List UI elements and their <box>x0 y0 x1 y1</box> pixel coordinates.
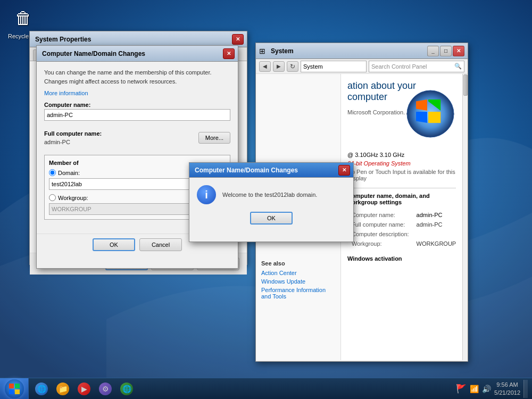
start-button[interactable] <box>0 378 29 400</box>
media-icon: ▶ <box>78 383 90 395</box>
cn-dialog-titlebar[interactable]: Computer Name/Domain Changes ✕ <box>37 46 238 62</box>
svg-rect-8 <box>9 389 14 394</box>
cp-scrollbar[interactable] <box>462 74 468 360</box>
taskbar-date: 5/21/2012 <box>494 389 520 396</box>
taskbar-item-ie[interactable]: 🌐 <box>31 380 52 398</box>
welcome-ok-btn[interactable]: OK <box>250 212 293 225</box>
cn-name-input[interactable] <box>44 109 230 121</box>
svg-rect-9 <box>15 389 20 394</box>
welcome-controls: ✕ <box>338 165 350 176</box>
taskbar-volume-icon[interactable]: 🔊 <box>482 385 491 393</box>
cp-maximize-btn[interactable]: □ <box>440 46 452 56</box>
windows-start-icon <box>9 383 20 395</box>
cp-wg-label: Workgroup: <box>348 239 412 248</box>
sys-props-controls: ✕ <box>232 34 244 45</box>
recycle-bin-icon: 🗑 <box>11 5 36 31</box>
welcome-close-btn[interactable]: ✕ <box>338 165 350 176</box>
network-icon: 🌐 <box>120 383 133 395</box>
cp-address-text: System <box>303 63 323 70</box>
sys-props-close-btn[interactable]: ✕ <box>232 34 244 45</box>
cp-close-btn[interactable]: ✕ <box>453 46 464 56</box>
cp-processor-info: @ 3.10GHz 3.10 GHz <box>347 152 456 158</box>
svg-rect-7 <box>15 384 20 388</box>
cn-more-btn[interactable]: More... <box>198 132 230 144</box>
control-icon: ⚙ <box>99 383 112 395</box>
cp-search-text: Search Control Panel <box>371 63 427 70</box>
cp-titlebar[interactable]: ⊞ System _ □ ✕ <box>256 43 468 59</box>
cn-fullname-value: admin-PC <box>44 139 102 145</box>
cp-settings-section: Computer name, domain, and workgroup set… <box>347 193 456 205</box>
svg-marker-5 <box>428 112 440 123</box>
taskbar-item-control[interactable]: ⚙ <box>95 380 116 398</box>
cn-dialog-close-btn[interactable]: ✕ <box>223 48 235 59</box>
taskbar-clock[interactable]: 9:56 AM 5/21/2012 <box>494 381 520 396</box>
welcome-ok-area: OK <box>189 212 353 230</box>
taskbar-time: 9:56 AM <box>494 381 520 388</box>
cn-more-info-link[interactable]: More information <box>44 90 88 96</box>
welcome-dialog: Computer Name/Domain Changes ✕ i Welcome… <box>189 162 354 242</box>
svg-marker-4 <box>416 112 427 123</box>
cp-address-bar[interactable]: System <box>301 61 367 72</box>
windows-logo <box>406 90 454 138</box>
cp-desc-value <box>413 230 460 238</box>
sidebar-link-performance[interactable]: Performance Information and Tools <box>261 287 335 300</box>
taskbar-item-media[interactable]: ▶ <box>73 380 95 398</box>
cn-dialog-controls: ✕ <box>223 48 235 59</box>
taskbar: 🌐 📁 ▶ ⚙ 🌐 🚩 📶 🔊 9:56 AM 5/21/2012 <box>0 378 532 399</box>
cp-window-controls: _ □ ✕ <box>427 46 464 56</box>
cp-desc-label: Computer description: <box>348 230 412 238</box>
cp-pen-info: No Pen or Touch Input is available for t… <box>347 169 456 181</box>
cn-workgroup-label: Workgroup: <box>58 195 88 201</box>
sidebar-link-windows-update[interactable]: Windows Update <box>261 278 335 285</box>
cn-domain-label: Domain: <box>58 170 80 176</box>
sidebar-link-action-center[interactable]: Action Center <box>261 270 335 276</box>
cn-dialog-title: Computer Name/Domain Changes <box>40 50 223 57</box>
taskbar-item-explorer[interactable]: 📁 <box>52 380 73 398</box>
svg-rect-6 <box>9 384 14 388</box>
taskbar-item-network[interactable]: 🌐 <box>116 380 137 398</box>
cn-description: You can change the name and the membersh… <box>44 68 230 86</box>
explorer-icon: 📁 <box>56 383 69 395</box>
cp-cn-value: admin-PC <box>413 211 460 219</box>
sys-props-title: System Properties <box>33 36 232 43</box>
cp-minimize-btn[interactable]: _ <box>427 46 439 56</box>
show-desktop-btn[interactable] <box>523 380 528 398</box>
cn-fullname-label: Full computer name: <box>44 130 102 137</box>
cp-os-info: 64-bit Operating System <box>347 160 456 167</box>
cp-refresh-btn[interactable]: ↻ <box>287 61 298 72</box>
cp-scrollbar-thumb[interactable] <box>463 74 468 96</box>
welcome-title: Computer Name/Domain Changes <box>193 167 338 174</box>
cp-full-label: Full computer name: <box>348 220 412 229</box>
welcome-content: i Welcome to the test2012lab domain. <box>189 178 353 212</box>
cn-cancel-btn[interactable]: Cancel <box>139 238 182 251</box>
cp-info-table: Computer name: admin-PC Change settings … <box>347 210 462 249</box>
start-orb <box>5 379 24 398</box>
cn-name-label: Computer name: <box>44 102 230 108</box>
see-also-heading: See also <box>261 260 335 267</box>
cn-workgroup-radio[interactable] <box>49 194 56 201</box>
svg-marker-2 <box>416 99 427 111</box>
cn-domain-radio[interactable] <box>49 169 56 176</box>
cp-windows-activation: Windows activation <box>347 255 456 262</box>
ie-icon: 🌐 <box>35 383 48 395</box>
cp-search-box[interactable]: Search Control Panel 🔍 <box>369 61 464 72</box>
welcome-info-icon: i <box>197 185 216 204</box>
cn-ok-btn[interactable]: OK <box>93 238 135 251</box>
taskbar-network-status-icon: 📶 <box>470 385 479 393</box>
taskbar-flag-icon[interactable]: 🚩 <box>456 384 467 394</box>
cp-cn-label: Computer name: <box>348 211 412 219</box>
cp-forward-btn[interactable]: ▶ <box>273 61 285 72</box>
cp-toolbar: ◀ ▶ ↻ System Search Control Panel 🔍 <box>256 59 468 74</box>
taskbar-items: 🌐 📁 ▶ ⚙ 🌐 <box>29 378 452 399</box>
cp-window-title: System <box>269 47 427 55</box>
welcome-message: Welcome to the test2012lab domain. <box>222 192 317 198</box>
cp-wg-value: WORKGROUP <box>413 239 460 248</box>
cp-back-btn[interactable]: ◀ <box>259 61 271 72</box>
taskbar-right: 🚩 📶 🔊 9:56 AM 5/21/2012 <box>452 380 532 398</box>
cp-full-value: admin-PC <box>413 220 460 229</box>
cp-main: ation about your computer Microsoft Corp… <box>341 74 462 360</box>
welcome-titlebar[interactable]: Computer Name/Domain Changes ✕ <box>189 163 353 178</box>
